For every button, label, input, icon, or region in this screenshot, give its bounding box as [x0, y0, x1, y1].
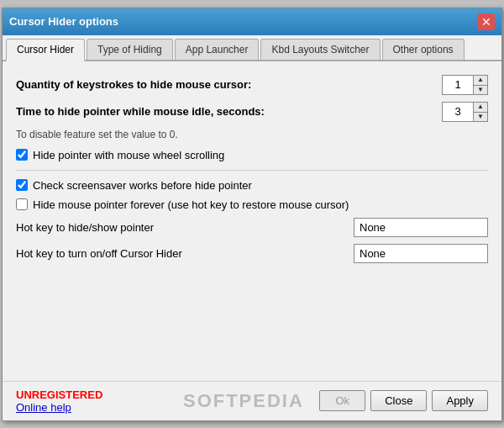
hotkey-toggle-row: Hot key to turn on/off Cursor Hider [16, 244, 488, 263]
tab-kbd-layouts-switcher[interactable]: Kbd Layouts Switcher [260, 39, 380, 60]
keystrokes-down-button[interactable]: ▼ [474, 85, 487, 94]
tab-type-of-hiding[interactable]: Type of Hiding [87, 39, 173, 60]
hotkey-toggle-label: Hot key to turn on/off Cursor Hider [16, 247, 354, 260]
forever-checkbox-row: Hide mouse pointer forever (use hot key … [16, 198, 488, 211]
scroll-checkbox-label: Hide pointer with mouse wheel scrolling [33, 149, 224, 161]
footer-left: UNREGISTERED Online help [16, 388, 168, 414]
screensaver-checkbox[interactable] [16, 179, 28, 191]
idle-spinner[interactable]: ▲ ▼ [442, 102, 488, 122]
apply-button[interactable]: Apply [432, 390, 488, 411]
close-window-button[interactable]: ✕ [478, 13, 495, 30]
idle-spinner-buttons: ▲ ▼ [473, 103, 487, 121]
idle-label: Time to hide pointer while mouse idle, s… [16, 105, 442, 118]
tab-app-launcher[interactable]: App Launcher [175, 39, 260, 60]
tab-other-options[interactable]: Other options [382, 39, 465, 60]
screensaver-checkbox-row: Check screensaver works before hide poin… [16, 179, 488, 192]
watermark-text: SOFTPEDIA [168, 390, 320, 412]
scroll-checkbox[interactable] [16, 149, 28, 161]
forever-checkbox[interactable] [16, 198, 28, 210]
dialog-close-button[interactable]: Close [370, 390, 427, 411]
tab-cursor-hider[interactable]: Cursor Hider [6, 39, 85, 61]
footer: UNREGISTERED Online help SOFTPEDIA Ok Cl… [3, 381, 501, 420]
hotkey-hide-input[interactable] [354, 218, 488, 237]
idle-row: Time to hide pointer while mouse idle, s… [16, 102, 488, 122]
keystrokes-spinner-buttons: ▲ ▼ [473, 76, 487, 94]
idle-down-button[interactable]: ▼ [474, 112, 487, 121]
keystrokes-up-button[interactable]: ▲ [474, 76, 487, 85]
unregistered-label: UNREGISTERED [16, 388, 168, 401]
hotkey-toggle-input[interactable] [354, 244, 488, 263]
tab-bar: Cursor Hider Type of Hiding App Launcher… [3, 35, 501, 61]
window-title: Cursor Hider options [9, 15, 118, 28]
hotkey-hide-row: Hot key to hide/show pointer [16, 218, 488, 237]
keystrokes-label: Quantity of keystrokes to hide mouse cur… [16, 78, 442, 91]
forever-checkbox-label: Hide mouse pointer forever (use hot key … [33, 198, 349, 211]
idle-input[interactable] [443, 104, 473, 119]
ok-button[interactable]: Ok [319, 390, 365, 411]
keystrokes-row: Quantity of keystrokes to hide mouse cur… [16, 75, 488, 95]
content-area: Quantity of keystrokes to hide mouse cur… [3, 61, 501, 381]
keystrokes-spinner[interactable]: ▲ ▼ [442, 75, 488, 95]
scroll-checkbox-row: Hide pointer with mouse wheel scrolling [16, 149, 488, 161]
keystrokes-input[interactable] [443, 77, 473, 92]
online-help-link[interactable]: Online help [16, 401, 168, 414]
title-bar: Cursor Hider options ✕ [3, 8, 501, 35]
screensaver-checkbox-label: Check screensaver works before hide poin… [33, 179, 252, 192]
hint-text: To disable feature set the value to 0. [16, 129, 488, 140]
hotkey-hide-label: Hot key to hide/show pointer [16, 221, 354, 234]
divider [16, 170, 488, 171]
main-window: Cursor Hider options ✕ Cursor Hider Type… [2, 8, 502, 421]
footer-buttons: Ok Close Apply [319, 390, 488, 411]
idle-up-button[interactable]: ▲ [474, 103, 487, 112]
